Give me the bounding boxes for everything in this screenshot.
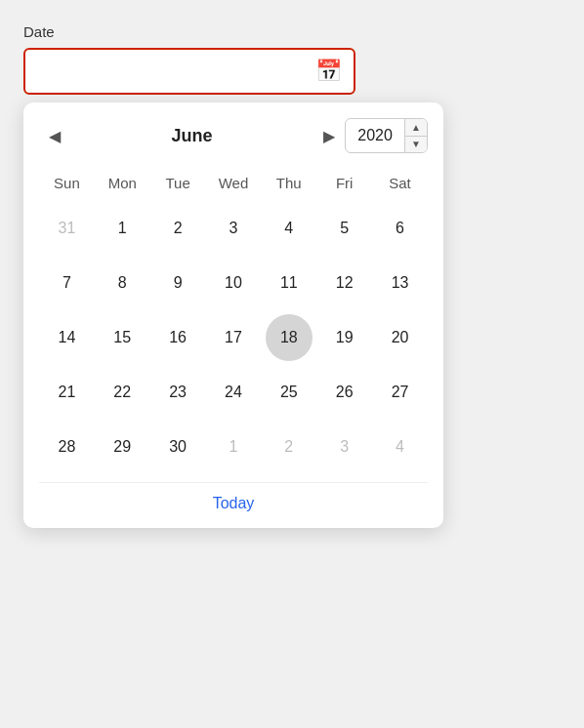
calendar-day-cell: 5 [316, 201, 372, 256]
calendar-day-cell: 31 [39, 201, 95, 256]
calendar-day-cell: 17 [206, 310, 262, 365]
day-number[interactable]: 3 [210, 205, 257, 252]
calendar-header: ◀ June ▶ 2020 ▲ ▼ [39, 118, 428, 153]
day-number[interactable]: 7 [43, 260, 90, 306]
calendar-day-cell: 3 [316, 420, 372, 474]
calendar-day-cell: 14 [39, 310, 95, 365]
calendar-day-cell: 28 [39, 420, 95, 474]
day-number[interactable]: 4 [266, 205, 313, 252]
calendar-day-cell: 24 [206, 365, 262, 420]
calendar-day-cell: 1 [206, 420, 262, 474]
day-number[interactable]: 17 [210, 314, 257, 361]
calendar-day-cell: 2 [150, 201, 206, 256]
calendar-day-cell: 20 [372, 310, 428, 365]
calendar-day-cell: 8 [95, 256, 150, 310]
calendar-day-cell: 25 [261, 365, 316, 420]
weekday-sat: Sat [372, 169, 428, 201]
day-number[interactable]: 20 [377, 314, 424, 361]
page-container: Date 📅 ◀ June ▶ 2020 ▲ ▼ Sun Mon Tue [23, 23, 561, 528]
calendar-day-cell: 29 [95, 420, 150, 474]
day-number[interactable]: 21 [43, 369, 90, 416]
calendar-icon[interactable]: 📅 [315, 59, 342, 84]
date-label: Date [23, 23, 561, 40]
calendar-day-cell: 22 [95, 365, 150, 420]
month-label: June [70, 126, 313, 146]
day-number[interactable]: 26 [321, 369, 368, 416]
day-number[interactable]: 11 [266, 260, 313, 306]
day-number[interactable]: 3 [321, 424, 368, 470]
day-number[interactable]: 5 [321, 205, 368, 252]
day-number[interactable]: 19 [321, 314, 368, 361]
calendar-day-cell: 30 [150, 420, 206, 474]
today-button[interactable]: Today [213, 495, 255, 512]
day-number[interactable]: 6 [377, 205, 424, 252]
date-input[interactable] [37, 63, 315, 80]
calendar-day-cell: 9 [150, 256, 206, 310]
year-value: 2020 [346, 127, 404, 144]
calendar-week-row: 31123456 [39, 201, 428, 256]
day-number[interactable]: 10 [210, 260, 257, 306]
calendar-week-row: 2829301234 [39, 420, 428, 474]
calendar-day-cell: 7 [39, 256, 95, 310]
weekday-header-row: Sun Mon Tue Wed Thu Fri Sat [39, 169, 428, 201]
day-number[interactable]: 30 [154, 424, 201, 470]
calendar-week-row: 14151617181920 [39, 310, 428, 365]
day-number[interactable]: 29 [99, 424, 146, 470]
day-number[interactable]: 2 [266, 424, 313, 470]
calendar-day-cell: 12 [316, 256, 372, 310]
day-number[interactable]: 14 [43, 314, 90, 361]
day-number[interactable]: 1 [210, 424, 257, 470]
calendar-day-cell: 2 [261, 420, 316, 474]
calendar-day-cell: 19 [316, 310, 372, 365]
day-number[interactable]: 12 [321, 260, 368, 306]
day-number[interactable]: 27 [377, 369, 424, 416]
calendar-day-cell: 18 [261, 310, 316, 365]
weekday-mon: Mon [95, 169, 150, 201]
calendar-day-cell: 15 [95, 310, 150, 365]
prev-month-button[interactable]: ◀ [39, 120, 70, 151]
day-number[interactable]: 18 [266, 314, 313, 361]
calendar-popup: ◀ June ▶ 2020 ▲ ▼ Sun Mon Tue Wed Thu Fr… [23, 102, 443, 528]
calendar-day-cell: 3 [206, 201, 262, 256]
day-number[interactable]: 13 [377, 260, 424, 306]
calendar-day-cell: 4 [261, 201, 316, 256]
today-button-row: Today [39, 482, 428, 512]
calendar-day-cell: 26 [316, 365, 372, 420]
date-input-wrapper[interactable]: 📅 [23, 48, 355, 95]
calendar-day-cell: 16 [150, 310, 206, 365]
weekday-tue: Tue [150, 169, 206, 201]
day-number[interactable]: 31 [43, 205, 90, 252]
day-number[interactable]: 8 [99, 260, 146, 306]
year-spinner: 2020 ▲ ▼ [345, 118, 428, 153]
weekday-thu: Thu [261, 169, 316, 201]
calendar-day-cell: 1 [95, 201, 150, 256]
day-number[interactable]: 9 [154, 260, 201, 306]
weekday-fri: Fri [316, 169, 372, 201]
day-number[interactable]: 16 [154, 314, 201, 361]
day-number[interactable]: 23 [154, 369, 201, 416]
weekday-wed: Wed [206, 169, 262, 201]
calendar-day-cell: 11 [261, 256, 316, 310]
day-number[interactable]: 25 [266, 369, 313, 416]
next-month-button[interactable]: ▶ [313, 120, 345, 151]
day-number[interactable]: 1 [99, 205, 146, 252]
calendar-day-cell: 27 [372, 365, 428, 420]
calendar-day-cell: 10 [206, 256, 262, 310]
day-number[interactable]: 22 [99, 369, 146, 416]
year-down-button[interactable]: ▼ [405, 137, 427, 153]
calendar-week-row: 21222324252627 [39, 365, 428, 420]
day-number[interactable]: 28 [43, 424, 90, 470]
day-number[interactable]: 2 [154, 205, 201, 252]
calendar-day-cell: 13 [372, 256, 428, 310]
weekday-sun: Sun [39, 169, 95, 201]
year-arrows: ▲ ▼ [404, 119, 427, 152]
calendar-day-cell: 21 [39, 365, 95, 420]
calendar-day-cell: 4 [372, 420, 428, 474]
calendar-day-cell: 6 [372, 201, 428, 256]
calendar-day-cell: 23 [150, 365, 206, 420]
year-up-button[interactable]: ▲ [405, 119, 427, 137]
calendar-grid: Sun Mon Tue Wed Thu Fri Sat 311234567891… [39, 169, 428, 474]
day-number[interactable]: 15 [99, 314, 146, 361]
day-number[interactable]: 24 [210, 369, 257, 416]
day-number[interactable]: 4 [377, 424, 424, 470]
